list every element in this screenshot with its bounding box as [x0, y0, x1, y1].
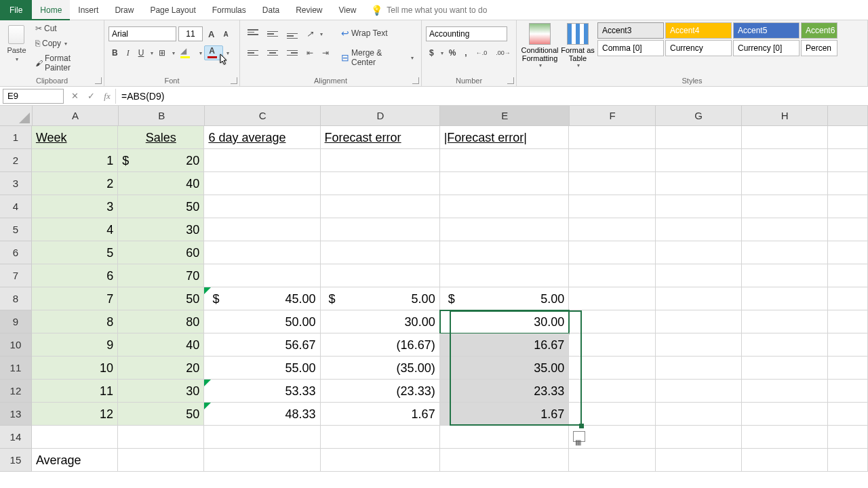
tab-page-layout[interactable]: Page Layout — [142, 0, 203, 20]
cell-F8[interactable] — [569, 287, 655, 310]
cell-E5[interactable] — [440, 218, 570, 241]
cell-I6[interactable] — [828, 241, 868, 264]
cell-I8[interactable] — [828, 287, 868, 310]
align-bottom-button[interactable] — [283, 27, 301, 41]
cell-I1[interactable] — [828, 126, 868, 149]
cell-G2[interactable] — [656, 149, 742, 172]
cell-A4[interactable]: 3 — [32, 195, 118, 218]
tab-home[interactable]: Home — [32, 0, 70, 20]
borders-button[interactable] — [155, 46, 169, 60]
style-accent3[interactable]: Accent3 — [597, 22, 664, 39]
cell-C11[interactable]: 55.00 — [204, 357, 320, 380]
cell-C8[interactable]: $45.00 — [204, 287, 320, 310]
cell-B14[interactable] — [118, 426, 204, 449]
cell-I7[interactable] — [828, 264, 868, 287]
cell-B2[interactable]: $20 — [118, 149, 204, 172]
percent-format-button[interactable] — [446, 46, 460, 60]
clipboard-dialog-launcher[interactable] — [95, 77, 102, 84]
cell-D9[interactable]: 30.00 — [321, 310, 440, 333]
cell-A11[interactable]: 10 — [32, 357, 118, 380]
cell-H10[interactable] — [742, 333, 828, 357]
cell-E6[interactable] — [440, 241, 570, 264]
cell-C4[interactable] — [204, 195, 320, 218]
cell-C1[interactable]: 6 day average — [204, 126, 320, 149]
cell-C10[interactable]: 56.67 — [204, 333, 320, 357]
cell-F11[interactable] — [569, 357, 655, 380]
cell-C7[interactable] — [204, 264, 320, 287]
alignment-dialog-launcher[interactable] — [412, 77, 419, 84]
style-accent4[interactable]: Accent4 — [665, 22, 732, 39]
cell-E13[interactable]: 1.67 — [440, 403, 570, 426]
cell-A2[interactable]: 1 — [32, 149, 118, 172]
cell-I10[interactable] — [828, 333, 868, 357]
cell-I13[interactable] — [828, 403, 868, 426]
cell-H13[interactable] — [742, 403, 828, 426]
cell-A14[interactable] — [32, 426, 118, 449]
cell-D7[interactable] — [321, 264, 440, 287]
cell-A12[interactable]: 11 — [32, 380, 118, 403]
align-right-button[interactable] — [283, 46, 301, 60]
cell-F7[interactable] — [569, 264, 655, 287]
row-header-1[interactable]: 1 — [0, 126, 32, 149]
style-currency0[interactable]: Currency [0] — [733, 40, 800, 56]
formula-input[interactable] — [115, 89, 868, 104]
row-header-5[interactable]: 5 — [0, 218, 32, 241]
cell-A6[interactable]: 5 — [32, 241, 118, 264]
chevron-down-icon[interactable]: ▾ — [226, 50, 229, 56]
chevron-down-icon[interactable]: ▾ — [199, 50, 202, 56]
cell-D11[interactable]: (35.00) — [321, 357, 440, 380]
style-percent[interactable]: Percen — [801, 40, 837, 56]
col-header-C[interactable]: C — [205, 106, 321, 126]
cell-G9[interactable] — [656, 310, 742, 333]
tab-formulas[interactable]: Formulas — [204, 0, 254, 20]
cell-F2[interactable] — [569, 149, 655, 172]
cell-A7[interactable]: 6 — [32, 264, 118, 287]
cell-E3[interactable] — [440, 172, 570, 195]
number-format-select[interactable] — [426, 26, 507, 41]
cell-I3[interactable] — [828, 172, 868, 195]
cell-H12[interactable] — [742, 380, 828, 403]
col-header-F[interactable]: F — [570, 106, 656, 126]
cell-G7[interactable] — [656, 264, 742, 287]
formula-cancel-button[interactable] — [66, 91, 83, 101]
accounting-format-button[interactable] — [426, 46, 437, 60]
col-header-I[interactable] — [828, 106, 868, 126]
cell-F15[interactable] — [569, 449, 655, 472]
cell-H15[interactable] — [742, 449, 828, 472]
cell-E15[interactable] — [440, 449, 570, 472]
row-header-11[interactable]: 11 — [0, 357, 32, 380]
cell-A10[interactable]: 9 — [32, 333, 118, 357]
cell-I11[interactable] — [828, 357, 868, 380]
orientation-button[interactable] — [303, 27, 317, 41]
increase-font-button[interactable]: A — [205, 27, 218, 41]
row-header-9[interactable]: 9 — [0, 310, 32, 333]
italic-button[interactable]: I — [123, 46, 133, 60]
cell-D3[interactable] — [321, 172, 440, 195]
cell-H6[interactable] — [742, 241, 828, 264]
tab-insert[interactable]: Insert — [70, 0, 106, 20]
cell-C6[interactable] — [204, 241, 320, 264]
conditional-formatting-button[interactable]: Conditional Formatting ▾ — [521, 22, 559, 75]
cell-C3[interactable] — [204, 172, 320, 195]
cell-G6[interactable] — [656, 241, 742, 264]
cell-A3[interactable]: 2 — [32, 172, 118, 195]
merge-center-button[interactable]: Merge & Center▾ — [338, 46, 417, 69]
row-header-7[interactable]: 7 — [0, 264, 32, 287]
cell-H5[interactable] — [742, 218, 828, 241]
cell-D4[interactable] — [321, 195, 440, 218]
cell-A15[interactable]: Average — [32, 449, 118, 472]
decrease-indent-button[interactable] — [303, 46, 317, 60]
increase-decimal-button[interactable] — [473, 47, 491, 58]
cell-C5[interactable] — [204, 218, 320, 241]
cell-D10[interactable]: (16.67) — [321, 333, 440, 357]
cell-H9[interactable] — [742, 310, 828, 333]
tab-file[interactable]: File — [0, 0, 32, 20]
cell-A13[interactable]: 12 — [32, 403, 118, 426]
font-dialog-launcher[interactable] — [231, 77, 237, 84]
cell-F10[interactable] — [569, 333, 655, 357]
worksheet-grid[interactable]: A B C D E F G H 1 Week Sales 6 day avera… — [0, 106, 868, 472]
cell-E7[interactable] — [440, 264, 570, 287]
cell-A1[interactable]: Week — [32, 126, 118, 149]
cell-E9[interactable]: 30.00 — [440, 310, 570, 333]
chevron-down-icon[interactable]: ▾ — [151, 50, 153, 56]
